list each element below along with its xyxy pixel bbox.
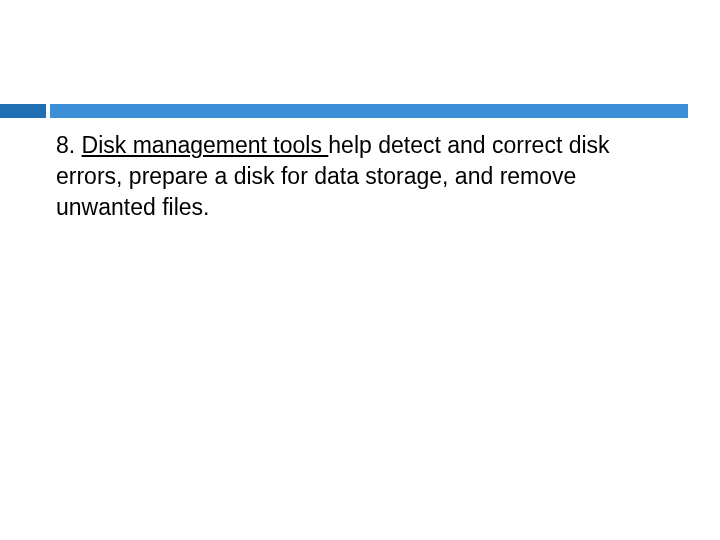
header-bar-accent	[0, 104, 46, 118]
term-text: Disk management tools	[82, 132, 329, 158]
header-bar-main	[50, 104, 688, 118]
header-divider	[0, 104, 720, 118]
item-number: 8.	[56, 132, 82, 158]
slide-body-text: 8. Disk management tools help detect and…	[56, 130, 660, 223]
